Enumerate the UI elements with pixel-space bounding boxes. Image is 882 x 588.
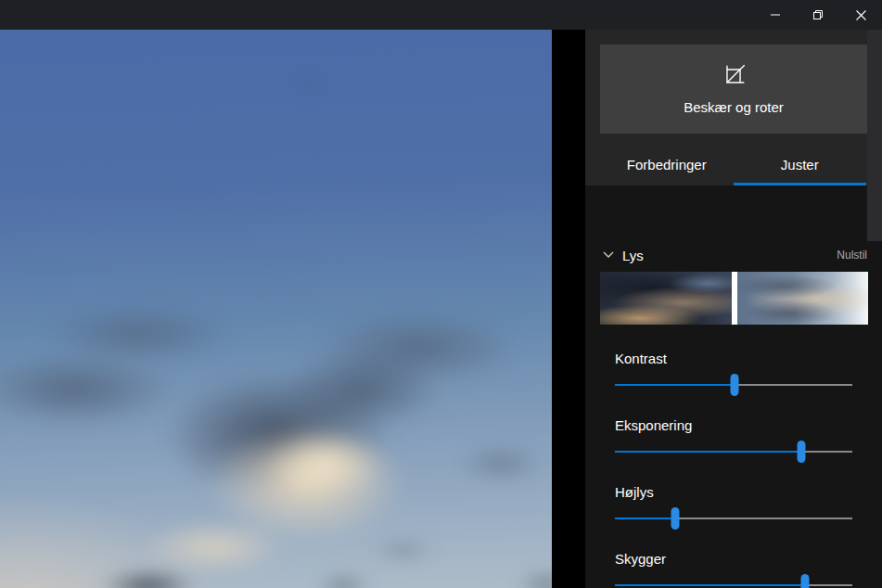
hojlys-slider[interactable]	[615, 507, 852, 530]
eksponering-slider[interactable]	[615, 441, 852, 463]
tab-forbedringer-label: Forbedringer	[627, 157, 707, 173]
close-icon	[856, 10, 866, 20]
preview-before	[600, 272, 735, 325]
slider-thumb[interactable]	[797, 441, 805, 463]
tab-juster-label: Juster	[781, 157, 819, 173]
slider-label: Kontrast	[615, 350, 852, 368]
reset-button[interactable]: Nulstil	[837, 249, 867, 262]
minimize-button[interactable]	[754, 0, 797, 30]
slider-fill	[615, 584, 805, 586]
kontrast-slider[interactable]	[615, 374, 852, 396]
restore-button[interactable]	[797, 0, 839, 30]
slider-fill	[615, 518, 675, 519]
slider-list: Kontrast Eksponering Højlys S	[615, 325, 852, 588]
tab-underline	[734, 183, 867, 185]
tab-forbedringer[interactable]: Forbedringer	[600, 143, 734, 185]
tab-underline	[600, 183, 734, 185]
slider-group-kontrast: Kontrast	[615, 350, 852, 396]
slider-label: Eksponering	[615, 416, 852, 435]
tab-juster[interactable]: Juster	[734, 143, 867, 185]
slider-thumb[interactable]	[731, 374, 739, 396]
restore-icon	[812, 9, 824, 20]
slider-fill	[615, 451, 801, 453]
slider-fill	[615, 384, 735, 386]
slider-label: Højlys	[615, 483, 852, 502]
preview-after	[735, 272, 869, 325]
crop-icon	[722, 64, 746, 91]
preview-divider[interactable]	[732, 272, 737, 325]
slider-group-eksponering: Eksponering	[615, 416, 852, 463]
photo-clouds	[0, 30, 552, 588]
titlebar	[0, 0, 882, 30]
crop-rotate-button[interactable]: Beskær og roter	[600, 45, 867, 134]
slider-group-hojlys: Højlys	[615, 483, 852, 530]
skygger-slider[interactable]	[615, 574, 852, 588]
scrollbar-thumb[interactable]	[867, 30, 882, 241]
slider-thumb[interactable]	[671, 507, 680, 530]
section-header-lys[interactable]: Lys Nulstil	[603, 246, 867, 264]
minimize-icon	[771, 10, 780, 19]
light-preview-strip[interactable]	[600, 272, 868, 325]
canvas-gutter	[552, 30, 585, 588]
photo-canvas	[0, 30, 552, 588]
edit-panel: Beskær og roter Forbedringer Juster Lys …	[585, 30, 882, 588]
close-button[interactable]	[839, 0, 882, 30]
section-title: Lys	[622, 248, 644, 263]
slider-label: Skygger	[615, 550, 852, 569]
slider-thumb[interactable]	[800, 574, 809, 588]
slider-group-skygger: Skygger	[615, 550, 852, 588]
panel-header: Beskær og roter Forbedringer Juster	[585, 30, 882, 185]
chevron-down-icon	[603, 251, 614, 259]
crop-rotate-label: Beskær og roter	[684, 99, 784, 115]
tab-bar: Forbedringer Juster	[600, 143, 866, 185]
